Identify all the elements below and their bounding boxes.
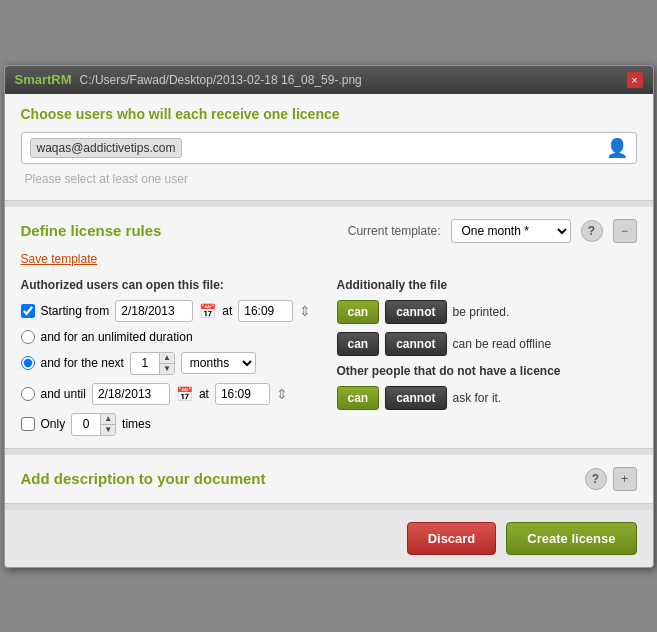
footer: Discard Create license: [5, 510, 653, 567]
add-desc-section: Add description to your document ? +: [5, 455, 653, 504]
until-date-input[interactable]: [92, 383, 170, 405]
spinner-arrows-2: ▲ ▼: [100, 414, 115, 435]
rules-left: Authorized users can open this file: Sta…: [21, 278, 321, 436]
times-label: times: [122, 417, 151, 431]
rules-body: Authorized users can open this file: Sta…: [21, 278, 637, 436]
only-value-input[interactable]: [72, 415, 100, 433]
until-time-input[interactable]: [215, 383, 270, 405]
until-row: and until 📅 at ⇕: [21, 383, 321, 405]
at-label-2: at: [199, 387, 209, 401]
only-checkbox[interactable]: [21, 417, 35, 431]
only-spin-down[interactable]: ▼: [101, 425, 115, 435]
add-desc-plus-button[interactable]: +: [613, 467, 637, 491]
user-tag: waqas@addictivetips.com: [30, 138, 183, 158]
user-email: waqas@addictivetips.com: [37, 141, 176, 155]
person-icon: 👤: [606, 137, 628, 159]
ask-label: ask for it.: [453, 391, 502, 405]
define-header: Define license rules Current template: O…: [21, 219, 637, 243]
close-button[interactable]: ×: [627, 72, 643, 88]
time-spinner-1[interactable]: ⇕: [299, 303, 311, 319]
save-template-link[interactable]: Save template: [21, 252, 98, 266]
template-label: Current template:: [348, 224, 441, 238]
define-section: Define license rules Current template: O…: [5, 207, 653, 449]
starting-date-input[interactable]: [115, 300, 193, 322]
define-title: Define license rules: [21, 222, 338, 239]
unlimited-radio[interactable]: [21, 330, 35, 344]
next-value-input[interactable]: [131, 354, 159, 372]
user-placeholder: Please select at least one user: [21, 170, 637, 188]
offline-row: can cannot can be read offline: [337, 332, 637, 356]
time-spinner-2[interactable]: ⇕: [276, 386, 288, 402]
unlimited-row: and for an unlimited duration: [21, 330, 321, 344]
offline-cannot-button[interactable]: cannot: [385, 332, 446, 356]
next-spin-down[interactable]: ▼: [160, 364, 174, 374]
app-logo: SmartRM: [15, 72, 72, 87]
ask-cannot-button[interactable]: cannot: [385, 386, 446, 410]
print-cannot-button[interactable]: cannot: [385, 300, 446, 324]
ask-can-button[interactable]: can: [337, 386, 380, 410]
print-row: can cannot be printed.: [337, 300, 637, 324]
until-label: and until: [41, 387, 86, 401]
cal-icon-1[interactable]: 📅: [199, 303, 216, 319]
offline-label: can be read offline: [453, 337, 552, 351]
authorized-label: Authorized users can open this file:: [21, 278, 321, 292]
window-title: C:/Users/Fawad/Desktop/2013-02-18 16_08_…: [80, 73, 619, 87]
define-minus-button[interactable]: −: [613, 219, 637, 243]
user-input-row: waqas@addictivetips.com 👤: [21, 132, 637, 164]
starting-from-checkbox[interactable]: [21, 304, 35, 318]
template-select-wrapper: One month *: [451, 219, 571, 243]
print-can-button[interactable]: can: [337, 300, 380, 324]
cal-icon-2[interactable]: 📅: [176, 386, 193, 402]
next-row: and for the next ▲ ▼ months: [21, 352, 321, 375]
ask-row: can cannot ask for it.: [337, 386, 637, 410]
next-value-spinner: ▲ ▼: [130, 352, 175, 375]
starting-from-label: Starting from: [41, 304, 110, 318]
months-select[interactable]: months: [181, 352, 256, 374]
other-people-label: Other people that do not have a licence: [337, 364, 637, 378]
next-spin-up[interactable]: ▲: [160, 353, 174, 364]
starting-time-input[interactable]: [238, 300, 293, 322]
define-help-button[interactable]: ?: [581, 220, 603, 242]
users-section: Choose users who will each receive one l…: [5, 94, 653, 201]
only-label: Only: [41, 417, 66, 431]
rules-right: Additionally the file can cannot be prin…: [337, 278, 637, 436]
title-bar: SmartRM C:/Users/Fawad/Desktop/2013-02-1…: [5, 66, 653, 94]
create-license-button[interactable]: Create license: [506, 522, 636, 555]
template-select[interactable]: One month *: [451, 219, 571, 243]
only-spin-up[interactable]: ▲: [101, 414, 115, 425]
unlimited-label: and for an unlimited duration: [41, 330, 193, 344]
only-value-spinner: ▲ ▼: [71, 413, 116, 436]
spinner-arrows-1: ▲ ▼: [159, 353, 174, 374]
discard-button[interactable]: Discard: [407, 522, 497, 555]
user-search-input[interactable]: [182, 139, 605, 157]
until-radio[interactable]: [21, 387, 35, 401]
main-window: SmartRM C:/Users/Fawad/Desktop/2013-02-1…: [4, 65, 654, 568]
next-radio[interactable]: [21, 356, 35, 370]
users-section-title: Choose users who will each receive one l…: [21, 106, 637, 122]
offline-can-button[interactable]: can: [337, 332, 380, 356]
only-row: Only ▲ ▼ times: [21, 413, 321, 436]
print-label: be printed.: [453, 305, 510, 319]
add-desc-help-button[interactable]: ?: [585, 468, 607, 490]
next-label: and for the next: [41, 356, 124, 370]
starting-from-row: Starting from 📅 at ⇕: [21, 300, 321, 322]
additionally-label: Additionally the file: [337, 278, 637, 292]
add-desc-title: Add description to your document: [21, 470, 585, 487]
at-label-1: at: [222, 304, 232, 318]
